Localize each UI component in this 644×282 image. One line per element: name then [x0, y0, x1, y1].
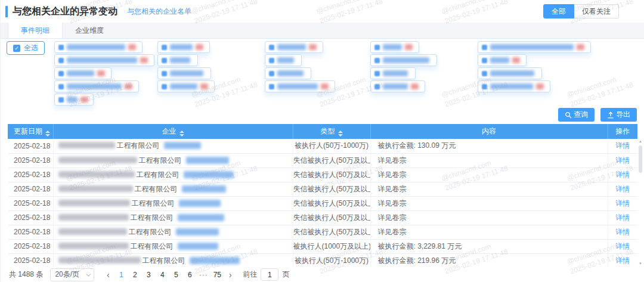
filter-item[interactable] — [478, 41, 591, 53]
company-suffix: 工程有限公司 — [129, 228, 172, 236]
filter-item[interactable] — [478, 54, 527, 66]
company-suffix: 工程有限公司 — [117, 141, 160, 150]
filter-item[interactable] — [54, 54, 154, 66]
filter-item[interactable] — [54, 67, 112, 79]
redacted-filter-label — [170, 83, 197, 89]
cell-type: 被执行人(50万-1000万) — [293, 253, 370, 268]
page-number-button[interactable]: 1 — [115, 268, 127, 281]
cell-action: 详情 — [608, 153, 637, 168]
redacted-filter-label — [277, 57, 294, 63]
select-all-button[interactable]: ✓ 全选 — [7, 41, 45, 55]
cell-content: 详见卷宗 — [370, 210, 608, 225]
sort-desc-icon — [179, 134, 184, 137]
detail-link[interactable]: 详情 — [615, 242, 630, 250]
company-suffix: 工程有限公司 — [131, 213, 174, 222]
checkbox-icon — [482, 84, 487, 89]
detail-link[interactable]: 详情 — [615, 185, 630, 193]
scrollbar-up-icon[interactable]: ▲ — [639, 139, 642, 144]
page-number-button[interactable]: 4 — [156, 268, 168, 281]
filter-item[interactable] — [54, 41, 143, 53]
redacted-filter-label — [170, 57, 190, 63]
filter-item[interactable] — [478, 80, 550, 92]
redacted-company-tag — [184, 171, 234, 178]
sort-caret-icon[interactable] — [338, 131, 343, 137]
related-companies-link[interactable]: 与您相关的企业名单 — [127, 7, 191, 17]
filter-item[interactable] — [157, 80, 215, 92]
filter-item[interactable] — [370, 80, 425, 92]
company-suffix: 工程有限公司 — [132, 199, 175, 207]
cell-content: 详见卷宗 — [370, 196, 608, 210]
sort-asc-icon — [179, 131, 184, 133]
company-suffix: 工程有限公司 — [137, 171, 179, 179]
cell-content: 被执行金额: 219.96 万元 — [370, 253, 608, 268]
redacted-company-name — [58, 200, 130, 206]
toolbar: 查询 导出 — [558, 108, 637, 122]
cell-company: 工程有限公司 — [53, 182, 293, 196]
filter-item[interactable] — [157, 54, 198, 66]
filter-item[interactable] — [157, 41, 210, 53]
filter-item[interactable] — [478, 67, 542, 79]
detail-link[interactable]: 详情 — [615, 256, 630, 265]
page-number-button[interactable]: 2 — [129, 268, 141, 281]
prev-page-button[interactable]: ‹ — [103, 269, 113, 281]
table-row: 2025-02-18工程有限公司被执行人(50万-1000万)被执行金额: 13… — [8, 139, 637, 153]
toggle-watch-only-button[interactable]: 仅看关注 — [574, 4, 619, 18]
redacted-filter-label — [490, 57, 509, 63]
export-button[interactable]: 导出 — [600, 108, 637, 122]
cell-date: 2025-02-18 — [8, 225, 53, 239]
filter-item[interactable] — [370, 54, 437, 66]
redacted-company-name — [58, 228, 127, 235]
cell-company: 工程有限公司 — [53, 210, 293, 225]
filter-item[interactable] — [54, 94, 94, 106]
filter-item[interactable] — [157, 67, 211, 79]
filter-item[interactable] — [370, 41, 419, 53]
page-header: 与您相关企业的异常变动 与您相关的企业名单 全部 仅看关注 — [1, 0, 644, 23]
page-title: 与您相关企业的异常变动 — [13, 5, 117, 18]
page-size-select[interactable]: 20条/页 — [50, 268, 94, 281]
filter-item[interactable] — [265, 41, 323, 53]
table-header-type[interactable]: 类型 — [293, 124, 370, 139]
cell-type: 失信被执行人(50万及以上) — [293, 210, 370, 225]
scrollbar-down-icon[interactable]: ▼ — [639, 261, 642, 266]
filter-item[interactable] — [265, 80, 335, 92]
cell-type: 失信被执行人(50万及以上) — [293, 225, 370, 239]
next-page-button[interactable]: › — [225, 269, 236, 281]
detail-link[interactable]: 详情 — [615, 141, 630, 150]
toggle-all-button[interactable]: 全部 — [543, 4, 574, 18]
detail-link[interactable]: 详情 — [615, 199, 630, 207]
table-header-date[interactable]: 更新日期 — [8, 124, 53, 139]
filter-item[interactable] — [265, 67, 311, 79]
page-number-button[interactable]: 6 — [184, 268, 196, 281]
checkbox-icon — [269, 71, 274, 76]
table-header-company[interactable]: 企业 — [53, 124, 293, 139]
table-scrollbar[interactable]: ▲ ▼ — [637, 139, 643, 266]
detail-link[interactable]: 详情 — [615, 156, 630, 165]
filter-item[interactable] — [265, 54, 302, 66]
scope-toggle: 全部 仅看关注 — [543, 4, 619, 18]
company-suffix: 工程有限公司 — [135, 185, 178, 193]
cell-action: 详情 — [608, 253, 637, 268]
cell-action: 详情 — [608, 168, 637, 182]
sort-caret-icon[interactable] — [179, 131, 184, 137]
redacted-count — [411, 83, 419, 89]
sort-desc-icon — [338, 134, 343, 137]
page-number-button[interactable]: 5 — [170, 268, 182, 281]
goto-page-input[interactable] — [261, 268, 278, 281]
checkbox-icon — [162, 71, 167, 76]
export-icon — [607, 111, 614, 119]
detail-link[interactable]: 详情 — [615, 213, 630, 222]
detail-link[interactable]: 详情 — [615, 228, 630, 236]
page-number-button[interactable]: 3 — [143, 268, 154, 281]
detail-link[interactable]: 详情 — [615, 171, 630, 179]
page-number-button[interactable]: 75 — [211, 268, 223, 281]
redacted-filter-label — [490, 83, 533, 89]
filter-item[interactable] — [370, 67, 416, 79]
filter-item[interactable] — [54, 80, 139, 92]
sort-caret-icon[interactable] — [45, 131, 50, 137]
checkbox-icon — [269, 45, 274, 50]
query-button[interactable]: 查询 — [558, 108, 595, 122]
tab-company-dimension[interactable]: 企业维度 — [63, 23, 116, 38]
tab-event-detail[interactable]: 事件明细 — [8, 23, 63, 38]
redacted-company-tag — [178, 243, 218, 250]
scrollbar-thumb[interactable] — [639, 145, 642, 173]
